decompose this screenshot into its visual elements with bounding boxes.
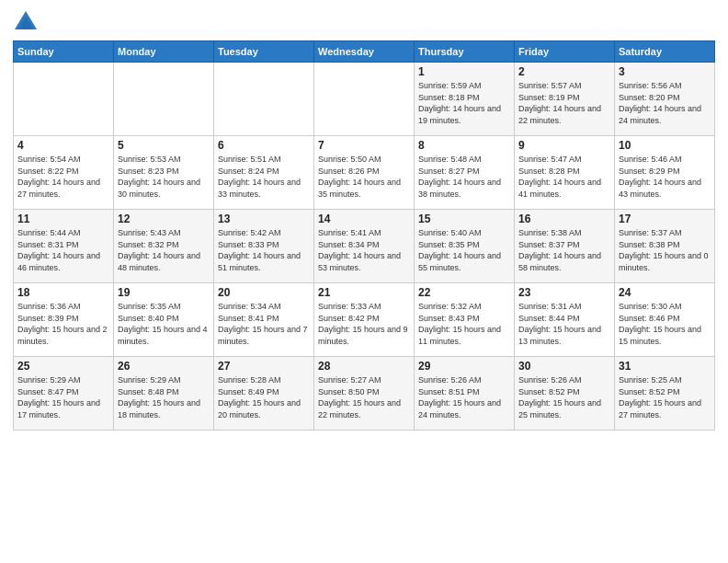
day-detail: Sunrise: 5:28 AM Sunset: 8:49 PM Dayligh…: [218, 374, 310, 420]
day-detail: Sunrise: 5:53 AM Sunset: 8:23 PM Dayligh…: [118, 154, 210, 200]
col-header-saturday: Saturday: [615, 41, 715, 63]
calendar-cell: 9Sunrise: 5:47 AM Sunset: 8:28 PM Daylig…: [515, 136, 615, 210]
calendar-cell: 31Sunrise: 5:25 AM Sunset: 8:52 PM Dayli…: [615, 357, 715, 431]
calendar-cell: 2Sunrise: 5:57 AM Sunset: 8:19 PM Daylig…: [515, 63, 615, 136]
day-detail: Sunrise: 5:34 AM Sunset: 8:41 PM Dayligh…: [218, 301, 310, 347]
day-detail: Sunrise: 5:32 AM Sunset: 8:43 PM Dayligh…: [418, 301, 510, 347]
calendar-cell: 7Sunrise: 5:50 AM Sunset: 8:26 PM Daylig…: [314, 136, 415, 210]
calendar-cell: 3Sunrise: 5:56 AM Sunset: 8:20 PM Daylig…: [615, 63, 715, 136]
calendar-cell: [214, 63, 314, 136]
calendar-cell: 29Sunrise: 5:26 AM Sunset: 8:51 PM Dayli…: [415, 357, 515, 431]
day-number: 24: [619, 286, 711, 299]
day-detail: Sunrise: 5:38 AM Sunset: 8:37 PM Dayligh…: [518, 227, 610, 273]
calendar-cell: 27Sunrise: 5:28 AM Sunset: 8:49 PM Dayli…: [214, 357, 314, 431]
day-detail: Sunrise: 5:27 AM Sunset: 8:50 PM Dayligh…: [318, 374, 410, 420]
day-number: 3: [619, 65, 711, 78]
calendar-table: SundayMondayTuesdayWednesdayThursdayFrid…: [13, 40, 715, 431]
day-detail: Sunrise: 5:33 AM Sunset: 8:42 PM Dayligh…: [318, 301, 410, 347]
day-number: 28: [318, 360, 410, 373]
calendar-cell: 1Sunrise: 5:59 AM Sunset: 8:18 PM Daylig…: [415, 63, 515, 136]
calendar-cell: 8Sunrise: 5:48 AM Sunset: 8:27 PM Daylig…: [415, 136, 515, 210]
calendar-cell: 6Sunrise: 5:51 AM Sunset: 8:24 PM Daylig…: [214, 136, 314, 210]
day-number: 8: [418, 139, 510, 152]
calendar-cell: 19Sunrise: 5:35 AM Sunset: 8:40 PM Dayli…: [114, 283, 214, 357]
calendar-cell: 14Sunrise: 5:41 AM Sunset: 8:34 PM Dayli…: [314, 210, 415, 283]
day-number: 7: [318, 139, 410, 152]
day-detail: Sunrise: 5:46 AM Sunset: 8:29 PM Dayligh…: [619, 154, 711, 200]
calendar-cell: 23Sunrise: 5:31 AM Sunset: 8:44 PM Dayli…: [515, 283, 615, 357]
calendar-cell: 4Sunrise: 5:54 AM Sunset: 8:22 PM Daylig…: [14, 136, 114, 210]
day-number: 2: [518, 65, 610, 78]
col-header-tuesday: Tuesday: [214, 41, 314, 63]
day-detail: Sunrise: 5:41 AM Sunset: 8:34 PM Dayligh…: [318, 227, 410, 273]
day-number: 22: [418, 286, 510, 299]
day-detail: Sunrise: 5:50 AM Sunset: 8:26 PM Dayligh…: [318, 154, 410, 200]
day-number: 12: [118, 213, 210, 225]
calendar-cell: 22Sunrise: 5:32 AM Sunset: 8:43 PM Dayli…: [415, 283, 515, 357]
day-detail: Sunrise: 5:26 AM Sunset: 8:51 PM Dayligh…: [418, 374, 510, 420]
week-row-2: 11Sunrise: 5:44 AM Sunset: 8:31 PM Dayli…: [14, 210, 715, 283]
calendar-cell: 5Sunrise: 5:53 AM Sunset: 8:23 PM Daylig…: [114, 136, 214, 210]
col-header-wednesday: Wednesday: [314, 41, 415, 63]
day-detail: Sunrise: 5:37 AM Sunset: 8:38 PM Dayligh…: [619, 227, 711, 273]
day-detail: Sunrise: 5:35 AM Sunset: 8:40 PM Dayligh…: [118, 301, 210, 347]
day-number: 16: [518, 213, 610, 225]
page-container: SundayMondayTuesdayWednesdayThursdayFrid…: [0, 0, 728, 442]
col-header-friday: Friday: [515, 41, 615, 63]
calendar-cell: 20Sunrise: 5:34 AM Sunset: 8:41 PM Dayli…: [214, 283, 314, 357]
week-row-1: 4Sunrise: 5:54 AM Sunset: 8:22 PM Daylig…: [14, 136, 715, 210]
day-number: 29: [418, 360, 510, 373]
week-row-3: 18Sunrise: 5:36 AM Sunset: 8:39 PM Dayli…: [14, 283, 715, 357]
calendar-cell: 26Sunrise: 5:29 AM Sunset: 8:48 PM Dayli…: [114, 357, 214, 431]
day-number: 19: [118, 286, 210, 299]
day-detail: Sunrise: 5:30 AM Sunset: 8:46 PM Dayligh…: [619, 301, 711, 347]
calendar-cell: 15Sunrise: 5:40 AM Sunset: 8:35 PM Dayli…: [415, 210, 515, 283]
day-number: 9: [518, 139, 610, 152]
day-detail: Sunrise: 5:29 AM Sunset: 8:47 PM Dayligh…: [17, 374, 109, 420]
day-number: 27: [218, 360, 310, 373]
calendar-cell: 16Sunrise: 5:38 AM Sunset: 8:37 PM Dayli…: [515, 210, 615, 283]
calendar-cell: 18Sunrise: 5:36 AM Sunset: 8:39 PM Dayli…: [14, 283, 114, 357]
day-detail: Sunrise: 5:40 AM Sunset: 8:35 PM Dayligh…: [418, 227, 510, 273]
day-number: 1: [418, 65, 510, 78]
day-number: 31: [619, 360, 711, 373]
day-detail: Sunrise: 5:42 AM Sunset: 8:33 PM Dayligh…: [218, 227, 310, 273]
day-number: 14: [318, 213, 410, 225]
calendar-cell: 25Sunrise: 5:29 AM Sunset: 8:47 PM Dayli…: [14, 357, 114, 431]
day-number: 6: [218, 139, 310, 152]
day-number: 26: [118, 360, 210, 373]
calendar-cell: [14, 63, 114, 136]
day-number: 17: [619, 213, 711, 225]
day-number: 13: [218, 213, 310, 225]
day-detail: Sunrise: 5:59 AM Sunset: 8:18 PM Dayligh…: [418, 80, 510, 126]
day-detail: Sunrise: 5:31 AM Sunset: 8:44 PM Dayligh…: [518, 301, 610, 347]
day-number: 5: [118, 139, 210, 152]
calendar-body: 1Sunrise: 5:59 AM Sunset: 8:18 PM Daylig…: [14, 63, 715, 431]
calendar-header: SundayMondayTuesdayWednesdayThursdayFrid…: [14, 41, 715, 63]
col-header-thursday: Thursday: [415, 41, 515, 63]
week-row-4: 25Sunrise: 5:29 AM Sunset: 8:47 PM Dayli…: [14, 357, 715, 431]
day-detail: Sunrise: 5:51 AM Sunset: 8:24 PM Dayligh…: [218, 154, 310, 200]
day-detail: Sunrise: 5:26 AM Sunset: 8:52 PM Dayligh…: [518, 374, 610, 420]
calendar-cell: 10Sunrise: 5:46 AM Sunset: 8:29 PM Dayli…: [615, 136, 715, 210]
logo-icon: [13, 9, 39, 35]
calendar-cell: 17Sunrise: 5:37 AM Sunset: 8:38 PM Dayli…: [615, 210, 715, 283]
day-detail: Sunrise: 5:54 AM Sunset: 8:22 PM Dayligh…: [17, 154, 109, 200]
day-number: 30: [518, 360, 610, 373]
calendar-cell: 21Sunrise: 5:33 AM Sunset: 8:42 PM Dayli…: [314, 283, 415, 357]
header-row: SundayMondayTuesdayWednesdayThursdayFrid…: [14, 41, 715, 63]
page-header: [13, 9, 715, 35]
col-header-monday: Monday: [114, 41, 214, 63]
day-number: 11: [17, 213, 109, 225]
day-detail: Sunrise: 5:25 AM Sunset: 8:52 PM Dayligh…: [619, 374, 711, 420]
day-number: 15: [418, 213, 510, 225]
calendar-cell: 13Sunrise: 5:42 AM Sunset: 8:33 PM Dayli…: [214, 210, 314, 283]
day-number: 18: [17, 286, 109, 299]
calendar-cell: [314, 63, 415, 136]
calendar-cell: 28Sunrise: 5:27 AM Sunset: 8:50 PM Dayli…: [314, 357, 415, 431]
day-number: 20: [218, 286, 310, 299]
calendar-cell: 24Sunrise: 5:30 AM Sunset: 8:46 PM Dayli…: [615, 283, 715, 357]
calendar-cell: 30Sunrise: 5:26 AM Sunset: 8:52 PM Dayli…: [515, 357, 615, 431]
day-number: 10: [619, 139, 711, 152]
week-row-0: 1Sunrise: 5:59 AM Sunset: 8:18 PM Daylig…: [14, 63, 715, 136]
